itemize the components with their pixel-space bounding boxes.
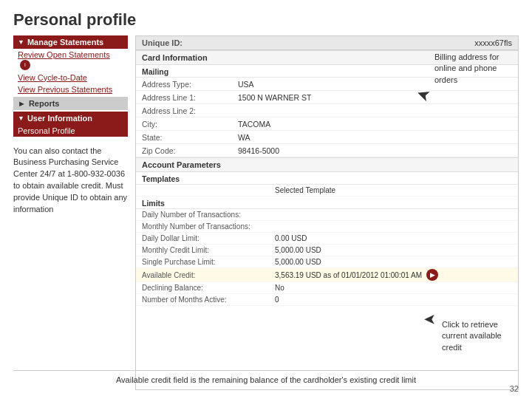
arrow-userinfo-icon: ▼ [18,115,24,122]
account-params-title: Account Parameters [136,157,518,172]
sidebar-link-cycle-date[interactable]: View Cycle-to-Date [13,72,128,83]
daily-dollar-row: Daily Dollar Limit: 0.00 USD [136,233,518,245]
declining-balance-label: Declining Balance: [142,284,275,292]
zip-label: Zip Code: [142,146,238,155]
zip-value: 98416-5000 [238,146,279,155]
daily-dollar-label: Daily Dollar Limit: [142,234,275,242]
months-active-label: Number of Months Active: [142,296,275,304]
credit-arrow-icon: ➤ [423,311,436,329]
declining-balance-row: Declining Balance: No [136,282,518,294]
arrow-icon: ▼ [18,38,24,46]
sidebar-userinfo-label: User Information [27,114,92,123]
city-value: TACOMA [238,120,270,129]
available-credit-row: Available Credit: 3,563.19 USD as of 01/… [136,268,518,282]
sidebar-section-statements: ▼ Manage Statements Review Open Statemen… [13,35,128,95]
uid-label: Unique ID: [142,38,183,47]
address-type-value: USA [238,80,254,89]
state-label: State: [142,133,238,142]
sidebar-header-userinfo[interactable]: ▼ User Information [13,112,128,125]
credit-annotation: Click to retrieve current available cred… [442,319,516,353]
templates-value: Selected Template [275,186,335,194]
months-active-value: 0 [275,296,279,304]
state-value: WA [238,133,250,142]
billing-annotation: Billing address for online and phone ord… [434,52,516,86]
limits-subsection-title: Limits [136,197,518,209]
daily-transactions-label: Daily Number of Transactions: [142,211,275,219]
zip-row: Zip Code: 98416-5000 [136,144,518,157]
available-credit-value: 3,563.19 USD as of 01/01/2012 01:00:01 A… [275,271,422,279]
arrow-collapsed-icon: ► [18,99,26,108]
page-title: Personal profile [0,0,532,35]
single-purchase-label: Single Purchase Limit: [142,258,275,266]
monthly-transactions-label: Monthly Number of Transactions: [142,222,275,231]
address-line1-row: Address Line 1: 1500 N WARNER ST [136,91,518,104]
sidebar-header-label: Manage Statements [27,38,103,47]
daily-dollar-value: 0.00 USD [275,234,307,242]
bottom-note: Available credit field is the remaining … [13,370,519,384]
sidebar-link-personal-profile[interactable]: Personal Profile [13,125,128,137]
declining-balance-value: No [275,284,284,292]
months-active-row: Number of Months Active: 0 [136,294,518,306]
monthly-credit-label: Monthly Credit Limit: [142,246,275,254]
monthly-credit-row: Monthly Credit Limit: 5,000.00 USD [136,245,518,256]
uid-value: xxxxx67fls [474,38,512,47]
sidebar-link-previous[interactable]: View Previous Statements [13,83,128,95]
form-top-bar: Unique ID: xxxxx67fls [136,36,518,50]
sidebar-header-statements[interactable]: ▼ Manage Statements [13,35,128,49]
page-number: 32 [510,384,519,393]
info-box-text: You can also contact the Business Purcha… [13,146,128,216]
address-line1-value: 1500 N WARNER ST [238,93,311,102]
daily-transactions-row: Daily Number of Transactions: [136,209,518,221]
templates-subsection-title: Templates [136,172,518,185]
address-line1-label: Address Line 1: [142,93,238,102]
available-credit-label: Available Credit: [142,271,275,279]
sidebar: ▼ Manage Statements Review Open Statemen… [13,35,128,390]
single-purchase-value: 5,000.00 USD [275,258,321,266]
sidebar-header-reports[interactable]: ► Reports [13,97,128,110]
monthly-credit-value: 5,000.00 USD [275,246,321,254]
monthly-transactions-row: Monthly Number of Transactions: [136,221,518,233]
city-row: City: TACOMA [136,117,518,131]
single-purchase-row: Single Purchase Limit: 5,000.00 USD [136,256,518,268]
address-line2-row: Address Line 2: [136,104,518,117]
info-icon: i [20,60,30,70]
address-type-label: Address Type: [142,80,238,89]
sidebar-section-userinfo: ▼ User Information Personal Profile [13,112,128,137]
state-row: State: WA [136,131,518,144]
info-box: You can also contact the Business Purcha… [13,146,128,216]
retrieve-credit-icon[interactable]: ▶ [426,269,438,281]
sidebar-reports-label: Reports [29,99,60,108]
address-line2-label: Address Line 2: [142,106,238,115]
sidebar-link-review-open[interactable]: Review Open Statements i [13,49,128,72]
city-label: City: [142,120,238,129]
templates-row: Selected Template [136,185,518,197]
sidebar-section-reports: ► Reports [13,97,128,110]
